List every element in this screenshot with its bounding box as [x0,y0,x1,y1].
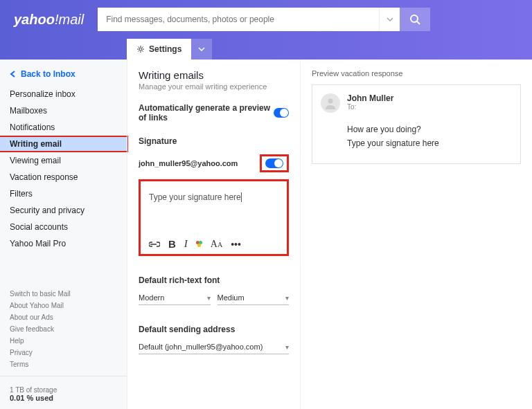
svg-point-3 [328,99,333,104]
tabs-bar: Settings [0,39,532,60]
font-size-select[interactable]: Medium▾ [218,291,290,305]
link-icon[interactable] [149,241,160,248]
footer-ads[interactable]: About our Ads [0,311,127,323]
search-input[interactable] [98,8,379,31]
sending-address-select[interactable]: Default (john_muller95@yahoo.com)▾ [139,340,289,354]
footer-basic[interactable]: Switch to basic Mail [0,288,127,300]
signature-toggle[interactable] [265,158,283,168]
svg-line-1 [417,21,420,24]
sidebar: Back to Inbox Personalize inbox Mailboxe… [0,60,127,409]
search-icon [409,14,420,25]
preview-body-line: How are you doing? [347,122,512,136]
footer-terms[interactable]: Terms [0,358,127,370]
page-subtitle: Manage your email writing experience [139,82,289,91]
user-icon [324,97,337,109]
gear-icon [136,45,145,53]
svg-point-0 [411,15,418,22]
preview-signature-line: Type your signature here [347,136,512,150]
app-header: yahoo!mail [0,0,532,39]
sidebar-item-writing-email[interactable]: Writing email [0,136,128,152]
sidebar-item-pro[interactable]: Yahoo Mail Pro [0,235,127,252]
preview-name: John Muller [347,93,393,103]
preview-box: John Muller To: How are you doing? Type … [312,84,521,164]
tab-settings[interactable]: Settings [127,39,191,60]
auto-preview-label: Automatically generate a preview of link… [139,103,274,122]
svg-point-2 [139,48,142,51]
sending-heading: Default sending address [139,325,289,334]
settings-panel: Writing emails Manage your email writing… [127,60,301,409]
preview-to: To: [347,103,393,111]
sidebar-item-personalize[interactable]: Personalize inbox [0,86,127,102]
signature-toolbar: B I AA ••• [149,238,278,250]
text-color-icon[interactable] [196,241,202,247]
chevron-down-icon: ▾ [285,343,289,351]
preview-title: Preview vacation response [312,69,521,78]
footer-privacy[interactable]: Privacy [0,347,127,358]
chevron-down-icon: ▾ [285,294,289,302]
sidebar-item-filters[interactable]: Filters [0,185,127,202]
sidebar-item-vacation[interactable]: Vacation response [0,169,127,185]
sidebar-item-notifications[interactable]: Notifications [0,119,127,136]
font-heading: Default rich-text font [139,275,289,285]
italic-icon[interactable]: I [184,238,188,250]
bold-icon[interactable]: B [168,238,176,250]
auto-preview-toggle[interactable] [274,108,289,118]
signature-email: john_muller95@yahoo.com [139,159,238,167]
footer-help[interactable]: Help [0,335,127,347]
sidebar-item-security[interactable]: Security and privacy [0,202,127,219]
yahoo-mail-logo[interactable]: yahoo!mail [14,12,84,28]
signature-textarea[interactable]: Type your signature here [149,192,278,231]
search-button[interactable] [400,8,430,31]
sidebar-item-social[interactable]: Social accounts [0,219,127,235]
tab-dropdown[interactable] [191,39,212,60]
sidebar-item-mailboxes[interactable]: Mailboxes [0,102,127,119]
footer-feedback[interactable]: Give feedback [0,323,127,335]
signature-editor: Type your signature here B I AA [139,179,289,256]
footer-about[interactable]: About Yahoo Mail [0,300,127,311]
chevron-down-icon [387,17,393,21]
avatar [321,93,340,113]
more-icon[interactable]: ••• [231,239,241,250]
signature-heading: Signature [139,136,289,146]
font-size-icon[interactable]: AA [211,239,222,250]
chevron-down-icon: ▾ [207,294,211,302]
search-dropdown[interactable] [379,8,400,31]
page-title: Writing emails [139,69,289,81]
back-to-inbox[interactable]: Back to Inbox [0,69,127,86]
storage-info: 1 TB of storage 0.01 % used [0,376,127,402]
sidebar-item-viewing-email[interactable]: Viewing email [0,152,127,169]
chevron-down-icon [198,47,205,51]
preview-panel: Preview vacation response John Muller To… [301,60,532,409]
arrow-left-icon [10,71,17,78]
search-bar [98,8,430,31]
font-family-select[interactable]: Modern▾ [139,291,211,305]
